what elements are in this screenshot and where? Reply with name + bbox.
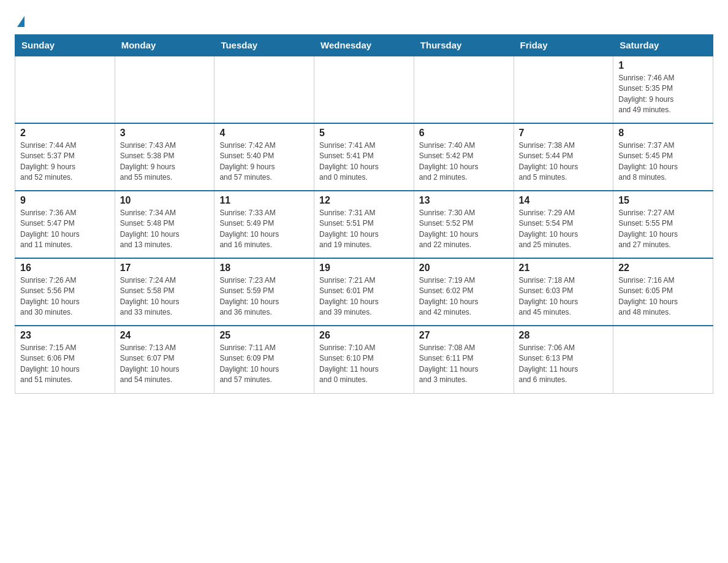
day-info: Sunrise: 7:15 AMSunset: 6:06 PMDaylight:… [20, 343, 110, 386]
table-row: 23Sunrise: 7:15 AMSunset: 6:06 PMDayligh… [15, 326, 115, 393]
day-info: Sunrise: 7:38 AMSunset: 5:44 PMDaylight:… [519, 140, 609, 183]
table-row: 14Sunrise: 7:29 AMSunset: 5:54 PMDayligh… [514, 191, 613, 258]
day-info: Sunrise: 7:13 AMSunset: 6:07 PMDaylight:… [120, 343, 210, 386]
table-row: 27Sunrise: 7:08 AMSunset: 6:11 PMDayligh… [414, 326, 514, 393]
day-info: Sunrise: 7:41 AMSunset: 5:41 PMDaylight:… [319, 140, 409, 183]
calendar-week-row: 9Sunrise: 7:36 AMSunset: 5:47 PMDaylight… [15, 191, 713, 258]
day-info: Sunrise: 7:30 AMSunset: 5:52 PMDaylight:… [419, 208, 509, 251]
table-row: 11Sunrise: 7:33 AMSunset: 5:49 PMDayligh… [214, 191, 314, 258]
day-info: Sunrise: 7:10 AMSunset: 6:10 PMDaylight:… [319, 343, 409, 386]
day-number: 18 [219, 262, 309, 274]
calendar-week-row: 16Sunrise: 7:26 AMSunset: 5:56 PMDayligh… [15, 258, 713, 326]
day-number: 27 [419, 330, 509, 341]
calendar-table: Sunday Monday Tuesday Wednesday Thursday… [15, 34, 713, 394]
table-row [613, 326, 713, 393]
day-info: Sunrise: 7:27 AMSunset: 5:55 PMDaylight:… [618, 208, 708, 251]
day-info: Sunrise: 7:18 AMSunset: 6:03 PMDaylight:… [519, 275, 609, 318]
day-number: 9 [20, 195, 110, 206]
table-row: 12Sunrise: 7:31 AMSunset: 5:51 PMDayligh… [314, 191, 414, 258]
day-number: 3 [120, 128, 210, 139]
table-row [15, 56, 115, 123]
day-number: 5 [319, 128, 409, 139]
day-info: Sunrise: 7:37 AMSunset: 5:45 PMDaylight:… [618, 140, 708, 183]
day-number: 11 [219, 195, 309, 206]
day-info: Sunrise: 7:31 AMSunset: 5:51 PMDaylight:… [319, 208, 409, 251]
day-info: Sunrise: 7:06 AMSunset: 6:13 PMDaylight:… [519, 343, 609, 386]
day-number: 21 [519, 262, 609, 274]
day-number: 14 [519, 195, 609, 206]
logo-triangle-icon [17, 16, 25, 27]
day-number: 16 [20, 262, 110, 274]
table-row: 26Sunrise: 7:10 AMSunset: 6:10 PMDayligh… [314, 326, 414, 393]
calendar-week-row: 2Sunrise: 7:44 AMSunset: 5:37 PMDaylight… [15, 123, 713, 191]
table-row: 7Sunrise: 7:38 AMSunset: 5:44 PMDaylight… [514, 123, 613, 191]
table-row: 22Sunrise: 7:16 AMSunset: 6:05 PMDayligh… [613, 258, 713, 326]
day-number: 24 [120, 330, 210, 341]
day-info: Sunrise: 7:40 AMSunset: 5:42 PMDaylight:… [419, 140, 509, 183]
day-info: Sunrise: 7:08 AMSunset: 6:11 PMDaylight:… [419, 343, 509, 386]
day-info: Sunrise: 7:16 AMSunset: 6:05 PMDaylight:… [618, 275, 708, 318]
table-row: 9Sunrise: 7:36 AMSunset: 5:47 PMDaylight… [15, 191, 115, 258]
day-info: Sunrise: 7:26 AMSunset: 5:56 PMDaylight:… [20, 275, 110, 318]
day-info: Sunrise: 7:42 AMSunset: 5:40 PMDaylight:… [219, 140, 309, 183]
day-number: 7 [519, 128, 609, 139]
day-info: Sunrise: 7:29 AMSunset: 5:54 PMDaylight:… [519, 208, 609, 251]
table-row [414, 56, 514, 123]
table-row: 13Sunrise: 7:30 AMSunset: 5:52 PMDayligh… [414, 191, 514, 258]
logo [15, 15, 25, 25]
table-row: 16Sunrise: 7:26 AMSunset: 5:56 PMDayligh… [15, 258, 115, 326]
day-number: 22 [618, 262, 708, 274]
day-number: 28 [519, 330, 609, 341]
table-row: 25Sunrise: 7:11 AMSunset: 6:09 PMDayligh… [214, 326, 314, 393]
col-tuesday: Tuesday [214, 35, 314, 56]
table-row: 3Sunrise: 7:43 AMSunset: 5:38 PMDaylight… [115, 123, 214, 191]
table-row: 18Sunrise: 7:23 AMSunset: 5:59 PMDayligh… [214, 258, 314, 326]
table-row [214, 56, 314, 123]
day-number: 13 [419, 195, 509, 206]
day-number: 23 [20, 330, 110, 341]
day-info: Sunrise: 7:19 AMSunset: 6:02 PMDaylight:… [419, 275, 509, 318]
table-row: 21Sunrise: 7:18 AMSunset: 6:03 PMDayligh… [514, 258, 613, 326]
day-info: Sunrise: 7:34 AMSunset: 5:48 PMDaylight:… [120, 208, 210, 251]
col-monday: Monday [115, 35, 214, 56]
day-info: Sunrise: 7:24 AMSunset: 5:58 PMDaylight:… [120, 275, 210, 318]
day-info: Sunrise: 7:44 AMSunset: 5:37 PMDaylight:… [20, 140, 110, 183]
table-row: 8Sunrise: 7:37 AMSunset: 5:45 PMDaylight… [613, 123, 713, 191]
table-row: 6Sunrise: 7:40 AMSunset: 5:42 PMDaylight… [414, 123, 514, 191]
day-number: 15 [618, 195, 708, 206]
table-row: 17Sunrise: 7:24 AMSunset: 5:58 PMDayligh… [115, 258, 214, 326]
day-number: 2 [20, 128, 110, 139]
day-number: 10 [120, 195, 210, 206]
day-number: 4 [219, 128, 309, 139]
day-info: Sunrise: 7:46 AMSunset: 5:35 PMDaylight:… [618, 73, 708, 116]
calendar-week-row: 23Sunrise: 7:15 AMSunset: 6:06 PMDayligh… [15, 326, 713, 393]
day-info: Sunrise: 7:11 AMSunset: 6:09 PMDaylight:… [219, 343, 309, 386]
table-row [514, 56, 613, 123]
day-info: Sunrise: 7:21 AMSunset: 6:01 PMDaylight:… [319, 275, 409, 318]
day-number: 8 [618, 128, 708, 139]
day-info: Sunrise: 7:33 AMSunset: 5:49 PMDaylight:… [219, 208, 309, 251]
table-row: 20Sunrise: 7:19 AMSunset: 6:02 PMDayligh… [414, 258, 514, 326]
calendar-header-row: Sunday Monday Tuesday Wednesday Thursday… [15, 35, 713, 56]
col-saturday: Saturday [613, 35, 713, 56]
col-sunday: Sunday [15, 35, 115, 56]
day-number: 20 [419, 262, 509, 274]
day-number: 19 [319, 262, 409, 274]
day-number: 25 [219, 330, 309, 341]
table-row: 5Sunrise: 7:41 AMSunset: 5:41 PMDaylight… [314, 123, 414, 191]
day-number: 17 [120, 262, 210, 274]
day-info: Sunrise: 7:23 AMSunset: 5:59 PMDaylight:… [219, 275, 309, 318]
table-row: 15Sunrise: 7:27 AMSunset: 5:55 PMDayligh… [613, 191, 713, 258]
col-thursday: Thursday [414, 35, 514, 56]
col-wednesday: Wednesday [314, 35, 414, 56]
page-header [15, 15, 713, 25]
table-row: 19Sunrise: 7:21 AMSunset: 6:01 PMDayligh… [314, 258, 414, 326]
day-info: Sunrise: 7:43 AMSunset: 5:38 PMDaylight:… [120, 140, 210, 183]
day-number: 6 [419, 128, 509, 139]
table-row: 24Sunrise: 7:13 AMSunset: 6:07 PMDayligh… [115, 326, 214, 393]
table-row: 1Sunrise: 7:46 AMSunset: 5:35 PMDaylight… [613, 56, 713, 123]
col-friday: Friday [514, 35, 613, 56]
table-row: 28Sunrise: 7:06 AMSunset: 6:13 PMDayligh… [514, 326, 613, 393]
table-row [115, 56, 214, 123]
table-row [314, 56, 414, 123]
